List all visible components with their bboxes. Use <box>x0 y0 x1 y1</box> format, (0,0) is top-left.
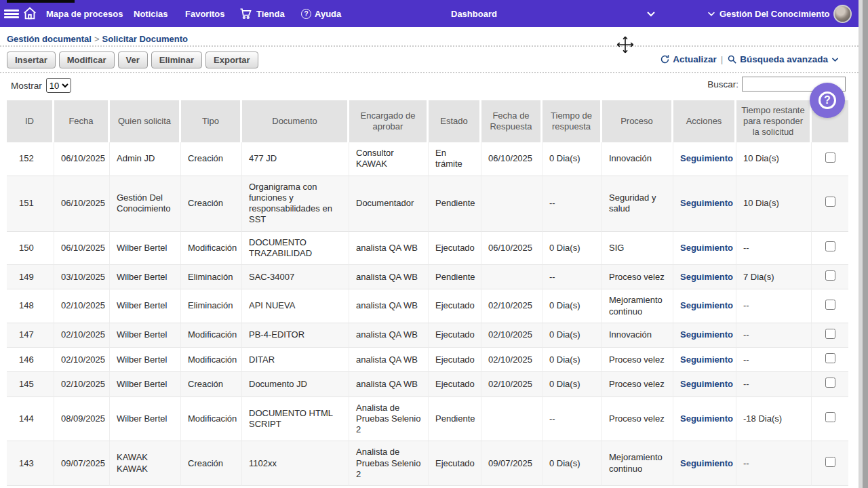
column-header-tipo[interactable]: Tipo <box>181 100 242 142</box>
chevron-down-icon <box>831 55 840 64</box>
breadcrumb-parent[interactable]: Gestión documental <box>7 34 92 44</box>
cell-fecha-respuesta: 02/10/2025 <box>481 289 542 323</box>
refresh-link[interactable]: Actualizar <box>660 54 717 64</box>
column-header-encargado[interactable]: Encargado de aprobar <box>349 100 429 142</box>
cell-seleccion <box>812 348 848 372</box>
cell-tiempo-respuesta: 0 Dia(s) <box>542 323 602 348</box>
modificar-button[interactable]: Modificar <box>59 52 115 68</box>
seguimiento-link[interactable]: Seguimiento <box>680 272 733 282</box>
cell-tiempo-restante: -- <box>736 348 812 372</box>
cell-tiempo-restante: 10 Dia(s) <box>736 142 812 176</box>
column-header-id[interactable]: ID <box>7 100 54 142</box>
breadcrumb-separator: > <box>92 34 102 44</box>
toolbar: Insertar Modificar Ver Eliminar Exportar <box>7 52 258 68</box>
cell-proceso: Mejoramiento continuo <box>602 441 673 486</box>
cell-documento: PB-4-EDITOR <box>242 323 349 348</box>
cell-documento: Documento JD <box>242 372 349 396</box>
breadcrumb: Gestión documental>Solicitar Documento <box>7 34 188 44</box>
column-header-fecha-respuesta[interactable]: Fecha de Respuesta <box>481 100 542 142</box>
cell-tiempo-restante: -- <box>736 289 812 323</box>
row-checkbox[interactable] <box>825 329 835 339</box>
divider: | <box>721 54 724 64</box>
row-checkbox[interactable] <box>825 353 835 363</box>
cell-encargado: analista QA WB <box>349 323 429 348</box>
nav-label: Dashboard <box>451 9 497 19</box>
cell-documento: API NUEVA <box>242 289 349 323</box>
seguimiento-link[interactable]: Seguimiento <box>680 198 733 208</box>
advanced-search-link[interactable]: Búsqueda avanzada <box>727 54 840 64</box>
seguimiento-link[interactable]: Seguimiento <box>680 413 733 424</box>
cell-encargado: Analista de Pruebas Selenio 2 <box>349 441 429 486</box>
cell-fecha-respuesta: 06/10/2025 <box>481 232 542 266</box>
cell-encargado: analista QA WB <box>349 232 429 266</box>
scrollbar-thumb[interactable] <box>863 0 868 488</box>
nav-collapse-toggle[interactable] <box>646 0 656 27</box>
cell-tiempo-respuesta: -- <box>542 265 602 289</box>
nav-item-noticias[interactable]: Noticias <box>134 0 168 27</box>
cell-estado: Ejecutado <box>429 323 481 348</box>
cell-id: 148 <box>7 289 54 323</box>
column-header-proceso[interactable]: Proceso <box>602 100 673 142</box>
column-header-documento[interactable]: Documento <box>242 100 349 142</box>
nav-item-tienda[interactable]: Tienda <box>239 0 285 27</box>
row-checkbox[interactable] <box>825 378 835 388</box>
column-header-quien-solicita[interactable]: Quien solicita <box>110 100 181 142</box>
hamburger-icon <box>4 8 19 20</box>
nav-item-ayuda[interactable]: ? Ayuda <box>301 0 341 27</box>
cell-estado: Ejecutado <box>429 348 481 372</box>
vertical-scrollbar[interactable] <box>859 0 868 488</box>
row-checkbox[interactable] <box>825 197 835 207</box>
column-header-tiempo-restante[interactable]: Tiempo restante para responder la solici… <box>736 100 812 142</box>
cell-fecha-respuesta: 02/10/2025 <box>481 348 542 372</box>
seguimiento-link[interactable]: Seguimiento <box>680 243 733 253</box>
seguimiento-link[interactable]: Seguimiento <box>680 379 733 389</box>
user-menu-label: Gestión Del Conocimiento <box>719 9 830 19</box>
column-header-fecha[interactable]: Fecha <box>54 100 110 142</box>
cell-encargado: Consultor KAWAK <box>349 142 429 176</box>
column-header-estado[interactable]: Estado <box>429 100 481 142</box>
column-header-tiempo-respuesta[interactable]: Tiempo de respuesta <box>542 100 602 142</box>
cell-tiempo-respuesta: -- <box>542 176 602 232</box>
seguimiento-link[interactable]: Seguimiento <box>680 354 733 365</box>
nav-item-dashboard[interactable]: Dashboard <box>451 0 497 27</box>
column-header-acciones[interactable]: Acciones <box>673 100 736 142</box>
cell-fecha: 02/10/2025 <box>54 289 110 323</box>
table-row: 14702/10/2025Wilber BertelModificaciónPB… <box>7 323 848 348</box>
row-checkbox[interactable] <box>825 300 835 310</box>
menu-button[interactable] <box>4 0 19 27</box>
exportar-button[interactable]: Exportar <box>205 52 258 68</box>
cell-estado: Ejecutado <box>429 441 481 486</box>
cell-id: 145 <box>7 372 54 396</box>
help-fab-button[interactable]: ? <box>810 83 845 118</box>
row-checkbox[interactable] <box>825 241 835 251</box>
row-checkbox[interactable] <box>825 152 835 163</box>
user-avatar[interactable] <box>833 5 852 23</box>
row-checkbox[interactable] <box>825 412 835 422</box>
eliminar-button[interactable]: Eliminar <box>151 52 202 68</box>
ver-button[interactable]: Ver <box>118 52 148 68</box>
cell-tiempo-restante: -- <box>736 323 812 348</box>
insertar-button[interactable]: Insertar <box>7 52 56 68</box>
cell-id: 149 <box>7 265 54 289</box>
header-row: IDFechaQuien solicitaTipoDocumentoEncarg… <box>7 100 848 142</box>
cell-proceso: Innovación <box>602 142 673 176</box>
cell-tipo: Creación <box>181 441 242 486</box>
page-size-select[interactable]: 10 <box>46 78 71 93</box>
nav-label: Favoritos <box>185 9 225 19</box>
seguimiento-link[interactable]: Seguimiento <box>680 329 733 340</box>
home-button[interactable] <box>22 0 37 27</box>
user-menu[interactable]: Gestión Del Conocimiento <box>707 0 852 27</box>
nav-label: Tienda <box>256 9 285 19</box>
question-mark-icon: ? <box>818 92 836 109</box>
seguimiento-link[interactable]: Seguimiento <box>680 153 733 163</box>
nav-item-favoritos[interactable]: Favoritos <box>185 0 225 27</box>
cell-acciones: Seguimiento <box>673 441 736 486</box>
cell-fecha: 09/07/2025 <box>54 441 110 486</box>
cell-documento: 477 JD <box>242 142 349 176</box>
seguimiento-link[interactable]: Seguimiento <box>680 300 733 310</box>
advanced-search-label: Búsqueda avanzada <box>740 54 828 64</box>
row-checkbox[interactable] <box>825 457 835 467</box>
row-checkbox[interactable] <box>825 270 835 281</box>
nav-item-mapa-de-procesos[interactable]: Mapa de procesos <box>46 0 123 27</box>
seguimiento-link[interactable]: Seguimiento <box>680 458 733 468</box>
